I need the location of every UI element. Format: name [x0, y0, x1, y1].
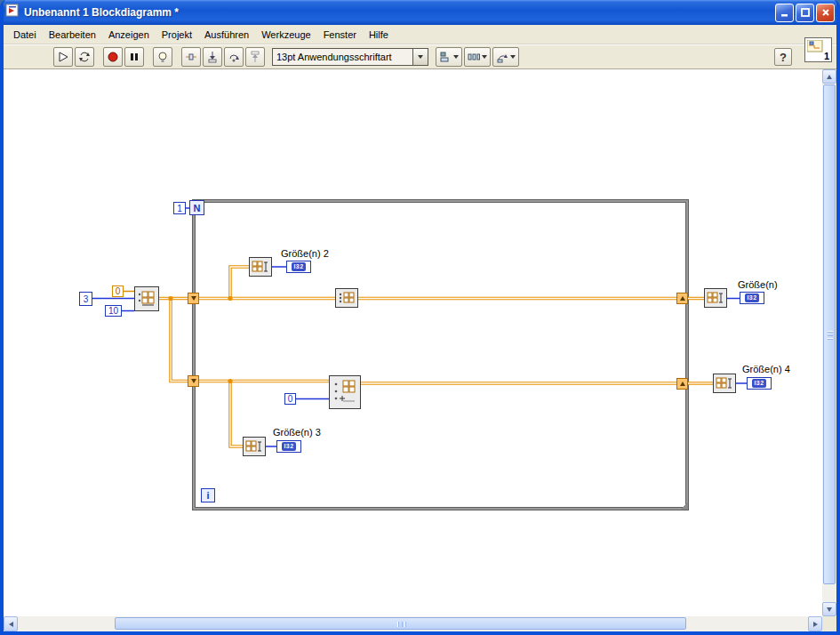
step-out-button[interactable]: [245, 47, 265, 67]
thumb-grip-icon: [828, 334, 833, 335]
scroll-down-button[interactable]: [822, 602, 836, 616]
tunnel-right-bottom[interactable]: [676, 378, 688, 390]
menu-projekt[interactable]: Projekt: [156, 27, 198, 43]
dropdown-arrow-icon: [482, 55, 487, 59]
horizontal-scroll-thumb[interactable]: [115, 617, 686, 630]
thumb-grip-icon: [401, 622, 402, 627]
element-value-constant[interactable]: 0: [112, 285, 124, 297]
i32-type-chip: I32: [282, 442, 295, 451]
loop-count-terminal[interactable]: N: [189, 200, 204, 215]
index-value-constant[interactable]: 0: [284, 393, 296, 405]
array-size-icon: [707, 291, 724, 305]
font-selector-arrow-icon[interactable]: [412, 49, 428, 65]
arrow-up-icon: [827, 75, 832, 79]
menu-werkzeuge[interactable]: Werkzeuge: [255, 27, 316, 43]
menu-ausfuehren[interactable]: Ausführen: [198, 27, 255, 43]
scroll-up-button[interactable]: [822, 69, 836, 84]
array-value-constant[interactable]: 3: [79, 292, 92, 306]
insert-into-array-icon: [332, 379, 357, 406]
mini-diagram-icon: [807, 40, 823, 56]
initialize-array-icon: [137, 290, 156, 308]
tunnel-index-icon: [680, 296, 685, 301]
index-array-node[interactable]: [335, 288, 358, 308]
dimension-size-constant[interactable]: 10: [105, 305, 122, 317]
arrow-left-icon: [9, 622, 13, 627]
app-icon: [5, 4, 20, 21]
align-objects-icon: [439, 51, 452, 63]
arrow-right-icon: [813, 622, 818, 627]
indicator-label: Größe(n): [738, 279, 778, 290]
font-selector-value: 13pt Anwendungsschriftart: [273, 52, 412, 62]
i32-type-chip: I32: [752, 379, 765, 388]
scroll-right-button[interactable]: [808, 616, 822, 631]
index-array-icon: [338, 291, 356, 305]
step-into-button[interactable]: [203, 47, 222, 67]
indicator-label: Größe(n) 3: [273, 427, 321, 438]
vertical-scrollbar[interactable]: [822, 69, 836, 616]
close-button[interactable]: [816, 4, 835, 22]
abort-button[interactable]: [103, 47, 123, 67]
tunnel-right-top[interactable]: [676, 293, 688, 304]
tunnel-index-icon: [680, 382, 685, 386]
highlight-execution-button[interactable]: [153, 47, 172, 67]
toolbar: 13pt Anwendungsschriftart ?: [4, 44, 836, 69]
font-selector[interactable]: 13pt Anwendungsschriftart: [272, 48, 428, 66]
indicator-label: Größe(n) 4: [742, 364, 790, 374]
scrollbar-corner: [822, 616, 836, 631]
menu-hilfe[interactable]: Hilfe: [363, 27, 395, 43]
array-size-node-4[interactable]: [713, 374, 736, 393]
window-number-badge: 1: [822, 52, 831, 61]
diagram-canvas[interactable]: 1 N i 3 0 10 Größe(n) 2 I32: [4, 69, 822, 616]
indicator-groessen-2[interactable]: I32: [286, 261, 311, 273]
array-size-icon: [245, 439, 263, 454]
insert-into-array-node[interactable]: [329, 375, 361, 409]
array-size-node-3[interactable]: [243, 437, 266, 456]
pause-button[interactable]: [124, 47, 144, 67]
indicator-label: Größe(n) 2: [281, 248, 329, 259]
align-objects-dropdown[interactable]: [436, 47, 462, 67]
i32-type-chip: I32: [292, 262, 305, 271]
help-button[interactable]: ?: [774, 48, 792, 66]
loop-count-constant[interactable]: 1: [173, 202, 186, 214]
i32-type-chip: I32: [745, 293, 758, 302]
run-continuous-button[interactable]: [75, 47, 94, 67]
retain-wire-values-button[interactable]: [181, 47, 201, 67]
menu-bearbeiten[interactable]: Bearbeiten: [43, 27, 102, 43]
window-title: Unbenannt 1 Blockdiagramm *: [24, 6, 775, 19]
reorder-dropdown[interactable]: [492, 47, 519, 67]
reorder-icon: [496, 51, 508, 63]
for-loop-structure[interactable]: [193, 200, 688, 510]
titlebar[interactable]: Unbenannt 1 Blockdiagramm *: [0, 0, 840, 25]
tunnel-index-icon: [191, 379, 196, 383]
arrow-down-icon: [827, 607, 832, 612]
tunnel-index-icon: [191, 296, 196, 301]
dropdown-arrow-icon: [510, 55, 516, 59]
step-over-button[interactable]: [224, 47, 244, 67]
labview-window: Unbenannt 1 Blockdiagramm * Datei Bearbe…: [0, 0, 840, 635]
array-size-icon: [716, 376, 733, 390]
dropdown-arrow-icon: [453, 55, 459, 59]
distribute-objects-icon: [468, 51, 480, 63]
client-area: 1 N i 3 0 10 Größe(n) 2 I32: [4, 69, 836, 631]
indicator-groessen-3[interactable]: I32: [276, 440, 301, 453]
run-button[interactable]: [53, 47, 73, 67]
array-size-icon: [252, 260, 269, 274]
array-size-node-1[interactable]: [249, 257, 272, 277]
horizontal-scrollbar[interactable]: [4, 616, 822, 631]
indicator-groessen[interactable]: I32: [740, 292, 764, 304]
menubar: Datei Bearbeiten Anzeigen Projekt Ausfüh…: [4, 25, 836, 44]
distribute-objects-dropdown[interactable]: [464, 47, 491, 67]
menu-anzeigen[interactable]: Anzeigen: [102, 27, 156, 43]
scroll-left-button[interactable]: [4, 616, 18, 631]
tunnel-left-top[interactable]: [188, 293, 199, 304]
array-size-node-2[interactable]: [704, 288, 727, 308]
minimize-button[interactable]: [775, 4, 794, 22]
initialize-array-node[interactable]: [134, 286, 159, 311]
menu-fenster[interactable]: Fenster: [317, 27, 363, 43]
tunnel-left-bottom[interactable]: [188, 375, 199, 387]
indicator-groessen-4[interactable]: I32: [747, 377, 772, 390]
maximize-button[interactable]: [796, 4, 814, 22]
menu-datei[interactable]: Datei: [7, 27, 43, 43]
loop-iteration-terminal[interactable]: i: [201, 488, 215, 502]
vertical-scroll-thumb[interactable]: [823, 84, 836, 584]
